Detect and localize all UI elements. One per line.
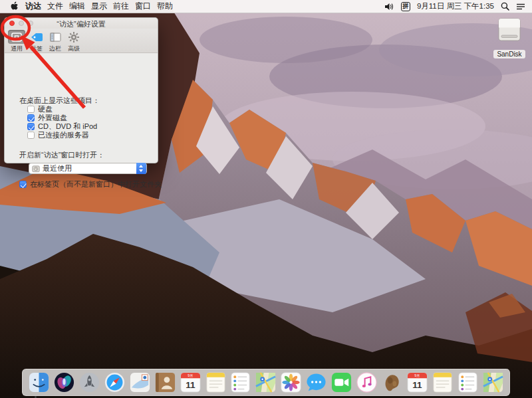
dock-item-calendar[interactable]: 9月 11	[180, 371, 201, 393]
menu-help[interactable]: 帮助	[157, 1, 173, 12]
dock-item-notes[interactable]	[205, 371, 227, 393]
search-icon[interactable]	[501, 2, 509, 11]
preferences-content: 在桌面上显示这些项目： 硬盘 外置磁盘 CD、DVD 和 iPod 已连接的服务…	[5, 53, 158, 163]
select-stepper-icon[interactable]	[136, 163, 146, 174]
desktop-volume-sandisk[interactable]: SanDisk	[491, 18, 528, 59]
hard-disks-checkbox[interactable]	[27, 106, 35, 113]
volume-icon[interactable]	[384, 3, 394, 11]
dock-item-reminders[interactable]	[229, 371, 251, 393]
tab-general[interactable]: 通用	[7, 30, 27, 53]
preferences-toolbar: 通用 标签 边栏	[5, 29, 158, 53]
dock-item-contacts[interactable]	[154, 371, 176, 393]
tab-general-label: 通用	[7, 45, 27, 53]
dock-item-safari[interactable]	[104, 371, 126, 393]
disk-label: SanDisk	[493, 50, 525, 58]
apple-icon[interactable]	[11, 1, 19, 11]
tab-sidebar-label: 边栏	[45, 45, 65, 53]
dock-item-reminders-2[interactable]	[457, 371, 479, 393]
svg-text:11: 11	[412, 380, 422, 390]
dock-item-finder[interactable]	[28, 371, 50, 393]
dock-item-calendar-2[interactable]: 9月 11	[406, 371, 428, 393]
dock-item-mail[interactable]	[129, 371, 151, 393]
dock-item-notes-2[interactable]	[432, 371, 454, 393]
menu-app-name[interactable]: 访达	[25, 1, 41, 12]
external-drive-icon	[494, 18, 525, 47]
open-in-tabs-checkbox[interactable]	[19, 181, 27, 188]
new-window-heading: 开启新“访达”窗口时打开：	[19, 150, 104, 160]
dock-item-maps-2[interactable]	[482, 371, 504, 393]
menu-bar: 访达 文件 编辑 显示 前往 窗口 帮助 拼 9月11日 周三 下午1:35	[0, 0, 532, 13]
finder-preferences-window: “访达”偏好设置 通用 标签	[4, 17, 158, 163]
servers-checkbox[interactable]	[27, 132, 35, 139]
tab-advanced[interactable]: 高级	[64, 30, 84, 53]
tab-sidebar[interactable]: 边栏	[45, 30, 65, 53]
servers-label: 已连接的服务器	[38, 130, 89, 140]
menu-go[interactable]: 前往	[113, 1, 129, 12]
window-title: “访达”偏好设置	[5, 19, 158, 29]
menu-file[interactable]: 文件	[47, 1, 63, 12]
new-window-target-select[interactable]: 最近使用	[29, 163, 147, 174]
dock-item-itunes[interactable]	[356, 371, 378, 393]
tab-advanced-label: 高级	[64, 45, 84, 53]
tab-tags-label: 标签	[27, 45, 47, 53]
cds-checkbox[interactable]	[27, 123, 35, 130]
dock: 9月 11	[22, 369, 510, 396]
open-in-tabs-label: 在标签页（而不是新窗口）中打开文件夹	[30, 179, 162, 189]
checkbox-row-open-in-tabs[interactable]: 在标签页（而不是新窗口）中打开文件夹	[19, 179, 162, 189]
dock-item-photos[interactable]	[280, 371, 302, 393]
recents-icon	[32, 165, 40, 173]
dock-item-facetime[interactable]	[331, 371, 352, 393]
dock-item-unknown-app[interactable]	[381, 371, 403, 393]
dock-item-launchpad[interactable]	[78, 371, 100, 393]
tag-icon	[28, 30, 45, 44]
general-icon	[8, 30, 25, 44]
menubar-clock[interactable]: 9月11日 周三 下午1:35	[417, 1, 494, 11]
svg-text:11: 11	[186, 380, 196, 390]
select-value: 最近使用	[43, 163, 72, 173]
svg-text:9月: 9月	[414, 373, 420, 378]
menu-edit[interactable]: 编辑	[69, 1, 85, 12]
dock-item-maps[interactable]	[255, 371, 277, 393]
external-disks-checkbox[interactable]	[27, 114, 35, 122]
input-source-icon[interactable]: 拼	[401, 2, 410, 11]
menu-window[interactable]: 窗口	[135, 1, 151, 12]
checkbox-row-servers[interactable]: 已连接的服务器	[27, 130, 89, 140]
menu-view[interactable]: 显示	[91, 1, 107, 12]
tab-tags[interactable]: 标签	[27, 30, 47, 53]
notification-center-icon[interactable]	[516, 3, 525, 11]
dock-item-siri[interactable]	[53, 371, 75, 393]
window-titlebar[interactable]: “访达”偏好设置	[5, 18, 158, 29]
svg-text:9月: 9月	[188, 373, 193, 378]
gear-icon	[65, 30, 82, 44]
dock-item-messages[interactable]	[305, 371, 327, 393]
sidebar-icon	[47, 30, 64, 44]
